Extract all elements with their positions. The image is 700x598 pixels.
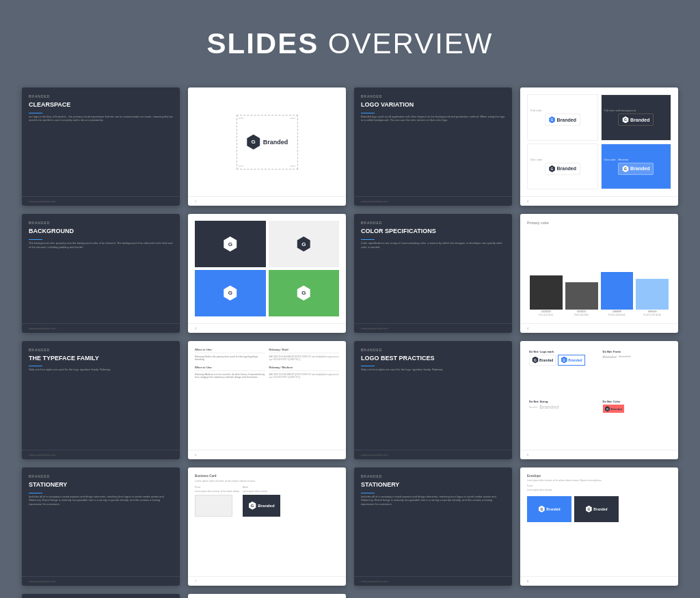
slide-clearspace-diagram: space space space space G Branded 1 (188, 87, 346, 206)
brand-label: BRANDED (29, 221, 173, 225)
brand-label: BRANDED (361, 474, 505, 478)
slide-title: STATIONERY (29, 481, 173, 489)
slide-title: STATIONERY (361, 481, 505, 489)
slide-footer-num: 3 (188, 323, 346, 333)
slide-stationery-3-dark: BRANDED STATIONERY Includes all of a com… (22, 594, 180, 598)
slide-body: Color specifications are a way of commun… (361, 241, 505, 249)
slide-stationery-1-dark: BRANDED STATIONERY Includes all of a com… (22, 467, 180, 586)
slide-footer-num: 2 (520, 196, 678, 206)
slide-footer-num: 5 (188, 450, 346, 459)
slide-logo-best-dark: BRANDED LOGO BEST PRACTICES Only one fon… (354, 341, 512, 459)
slide-stationery-2-dark: BRANDED STATIONERY Includes all of a com… (354, 467, 512, 586)
slide-footer: www.yourwebsite.com (22, 450, 180, 459)
slide-body: Includes all of a company's visual aspec… (29, 495, 173, 506)
slide-body: Branded logo used on all application wil… (361, 115, 505, 122)
slide-stationery-3-preview: Letterhead Lorem ipsum dolor sit amet, a… (188, 594, 346, 598)
slide-stationery-1-preview: Business Card Lorem ipsum dolor sit amet… (188, 467, 346, 586)
slide-footer-num: 8 (520, 576, 678, 586)
slide-body: our logo is the face of branded – the pr… (29, 115, 173, 122)
slide-clearspace-dark: BRANDED CLEARSPACE our logo is the face … (22, 87, 180, 206)
slide-logo-var-dark: BRANDED LOGO VARIATION Branded logo used… (354, 87, 512, 206)
slide-title: THE TYPEFACE FAMILY (29, 355, 173, 362)
page-title: SLIDES OVERVIEW (207, 27, 494, 60)
brand-label: BRANDED (361, 221, 505, 225)
slide-title: BACKGROUND (29, 228, 173, 235)
slide-typeface-preview: When to Use: Raleway Bold is the primary… (188, 341, 346, 459)
slide-color-specs-dark: BRANDED COLOR SPECIFICATIONS Color speci… (354, 214, 512, 332)
brand-label: BRANDED (29, 348, 173, 352)
divider (361, 366, 375, 366)
slide-body: Only one font styles are used for the lo… (361, 368, 505, 372)
slide-footer: www.yourwebsite.com (354, 576, 512, 586)
slide-title: LOGO BEST PRACTICES (361, 355, 505, 362)
slide-footer-num: 1 (188, 196, 346, 206)
divider (361, 493, 375, 493)
slides-grid: BRANDED CLEARSPACE our logo is the face … (22, 87, 678, 598)
slide-footer-num: 7 (188, 576, 346, 586)
slide-title: COLOR SPECIFICATIONS (361, 228, 505, 235)
slide-footer: www.yourwebsite.com (22, 576, 180, 586)
slide-footer: www.yourwebsite.com (354, 323, 512, 333)
slide-body: Includes all of a company's visual aspec… (361, 495, 505, 506)
bg-cell-dark: G (195, 221, 266, 267)
divider (29, 113, 42, 113)
slide-bg-preview: G G G G 3 (188, 214, 346, 332)
bg-cell-light: G (269, 221, 340, 267)
variant-one-color-reverse: One color - Reverse G Branded (601, 144, 672, 190)
slide-footer: www.yourwebsite.com (22, 196, 180, 206)
slide-bg-dark: BRANDED BACKGROUND The background color … (22, 214, 180, 332)
brand-label: BRANDED (361, 94, 505, 98)
slide-footer: www.yourwebsite.com (354, 450, 512, 459)
bg-cell-green: G (269, 270, 340, 316)
brand-label: BRANDED (361, 348, 505, 352)
slide-typeface-dark: BRANDED THE TYPEFACE FAMILY Only one fon… (22, 341, 180, 459)
slide-logo-var-preview: Full color G Branded Full color with bac… (520, 87, 678, 206)
slide-logo-best-preview: Do Not: Logo mark G Branded G Branded Do… (520, 341, 678, 459)
slide-title: LOGO VARIATION (361, 101, 505, 109)
divider (361, 239, 375, 240)
bg-cell-blue: G (195, 270, 266, 316)
divider (29, 493, 42, 493)
slide-stationery-2-preview: Envelope Lorem ipsum dolor sit amet, at … (520, 467, 678, 586)
slide-footer: www.yourwebsite.com (354, 196, 512, 206)
slide-title: CLEARSPACE (29, 101, 173, 109)
slide-footer-num: 6 (520, 450, 678, 459)
brand-label: BRANDED (29, 94, 173, 98)
slide-footer: www.yourwebsite.com (22, 323, 180, 333)
divider (361, 113, 375, 113)
divider (29, 239, 42, 240)
brand-label: BRANDED (29, 474, 173, 478)
variant-full-color: Full color G Branded (527, 94, 598, 141)
slide-body: The background color property sets the b… (29, 241, 173, 249)
divider (29, 366, 42, 366)
slide-color-specs-preview: Primary color #333333 R:51 G:51 B:51 #55… (520, 214, 678, 332)
variant-one-color: One color G Branded (527, 144, 598, 190)
slide-body: Only one font styles are used for the lo… (29, 368, 173, 372)
slide-footer-num: 4 (520, 323, 678, 333)
variant-full-color-bg: Full color with background G Branded (601, 94, 672, 141)
